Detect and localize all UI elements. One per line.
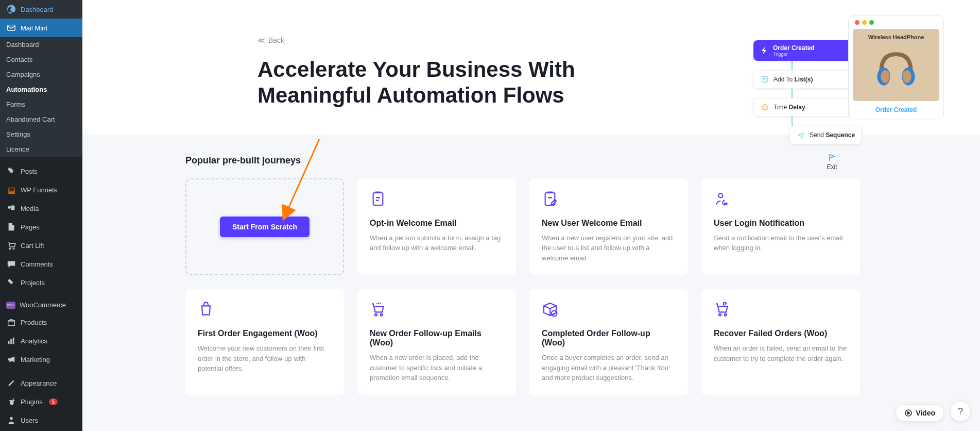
sidebar-label: Appearance	[21, 379, 57, 387]
journey-card[interactable]: New User Welcome Email When a new user r…	[529, 178, 688, 276]
svg-rect-17	[373, 193, 383, 205]
sidebar-item-mail-mint[interactable]: Mail Mint	[0, 19, 82, 37]
cart-icon	[6, 240, 16, 251]
sidebar-label: WooCommerce	[20, 301, 66, 309]
flow-node-add-to-list: Add To List(s)	[753, 70, 862, 89]
sub-settings[interactable]: Settings	[0, 127, 82, 142]
pin-icon	[6, 277, 16, 288]
sidebar-item-users[interactable]: Users	[0, 411, 82, 429]
sub-licence[interactable]: Licence	[0, 142, 82, 157]
flow-node-send-sequence: Send Sequence	[789, 126, 862, 144]
admin-sidebar: Dashboard Mail Mint Dashboard Contacts C…	[0, 0, 82, 431]
sidebar-label: Users	[21, 417, 38, 424]
svg-point-21	[381, 314, 383, 316]
sidebar-item-comments[interactable]: Comments	[0, 255, 82, 273]
svg-rect-6	[8, 341, 10, 344]
sidebar-item-posts[interactable]: Posts	[0, 162, 82, 180]
sidebar-label: Dashboard	[21, 6, 54, 13]
card-desc: When a new order is placed, add the cust…	[370, 353, 504, 383]
order-created-label: Order Created	[853, 101, 939, 115]
svg-point-14	[881, 70, 889, 83]
sidebar-item-products[interactable]: Products	[0, 313, 82, 331]
svg-rect-2	[11, 206, 14, 210]
cart-refresh-icon	[714, 301, 730, 318]
layers-icon: ▤	[6, 185, 16, 195]
svg-rect-8	[13, 338, 14, 344]
journey-card[interactable]: New Order Follow-up Emails (Woo) When a …	[357, 289, 516, 395]
journey-card[interactable]: User Login Notification Send a notificat…	[701, 178, 860, 276]
svg-point-24	[725, 314, 727, 316]
help-button[interactable]: ?	[950, 401, 971, 422]
plugins-badge: 5	[49, 399, 58, 405]
sidebar-label: Projects	[21, 279, 45, 287]
sidebar-item-appearance[interactable]: Appearance	[0, 374, 82, 392]
journey-card[interactable]: Opt-in Welcome Email When a person submi…	[357, 178, 516, 276]
svg-point-9	[10, 417, 12, 420]
card-desc: Welcome your new customers on their firs…	[198, 343, 332, 374]
start-from-scratch-button[interactable]: Start From Scratch	[220, 217, 310, 237]
sidebar-item-marketing[interactable]: Marketing	[0, 350, 82, 369]
sidebar-item-wpfunnels[interactable]: ▤ WP Funnels	[0, 180, 82, 199]
clipboard-edit-icon	[542, 191, 558, 207]
sidebar-label: Pages	[21, 223, 40, 231]
svg-rect-0	[8, 25, 15, 31]
clock-icon	[760, 103, 769, 112]
sidebar-label: Mail Mint	[21, 24, 47, 32]
headphones-icon	[870, 44, 922, 94]
page-icon	[6, 222, 16, 232]
card-desc: Send a notification email to the user's …	[714, 233, 848, 253]
sidebar-item-analytics[interactable]: Analytics	[0, 331, 82, 350]
lightning-icon	[760, 46, 769, 55]
svg-point-15	[902, 70, 911, 83]
sidebar-label: Marketing	[21, 356, 50, 363]
comment-icon	[6, 259, 16, 269]
megaphone-icon	[6, 354, 16, 364]
sidebar-label: Media	[21, 205, 39, 212]
journey-card[interactable]: Recover Failed Orders (Woo) When an orde…	[701, 289, 860, 395]
sidebar-label: Plugins	[21, 398, 43, 406]
mail-icon	[6, 23, 16, 33]
sidebar-item-cartlift[interactable]: Cart Lift	[0, 236, 82, 255]
sidebar-item-media[interactable]: Media	[0, 199, 82, 218]
flag-icon	[828, 154, 836, 162]
svg-point-20	[375, 314, 377, 316]
flow-node-time-delay: Time Delay	[753, 98, 862, 117]
video-button[interactable]: Video	[896, 404, 944, 422]
list-icon	[760, 75, 769, 84]
card-title: New Order Follow-up Emails (Woo)	[370, 329, 504, 347]
sub-campaigns[interactable]: Campaigns	[0, 67, 82, 82]
sidebar-label: Products	[21, 319, 47, 326]
svg-point-19	[718, 193, 723, 197]
sidebar-item-pages[interactable]: Pages	[0, 218, 82, 236]
product-preview: Wireless HeadPhone Order Created	[848, 15, 944, 120]
gauge-icon	[6, 4, 16, 14]
sidebar-label: Posts	[21, 168, 38, 175]
sub-automations[interactable]: Automations	[0, 82, 82, 97]
sidebar-label: WP Funnels	[21, 186, 57, 194]
bag-icon	[198, 301, 214, 318]
svg-rect-10	[762, 77, 768, 82]
sidebar-item-dashboard[interactable]: Dashboard	[0, 0, 82, 19]
svg-point-4	[13, 248, 14, 250]
sidebar-item-plugins[interactable]: Plugins 5	[0, 392, 82, 411]
sidebar-item-projects[interactable]: Projects	[0, 273, 82, 292]
sub-forms[interactable]: Forms	[0, 97, 82, 112]
journey-card[interactable]: Completed Order Follow-up (Woo) Once a b…	[529, 289, 688, 395]
card-desc: When a person submits a form, assign a t…	[370, 233, 504, 253]
sub-abandoned-cart[interactable]: Abandoned Cart	[0, 112, 82, 127]
svg-rect-5	[8, 320, 15, 325]
sub-contacts[interactable]: Contacts	[0, 52, 82, 67]
svg-point-3	[9, 248, 11, 250]
cart-icon	[370, 301, 386, 318]
journey-card[interactable]: First Order Engagement (Woo) Welcome you…	[185, 289, 344, 395]
card-title: New User Welcome Email	[542, 219, 676, 228]
main-content: ≪ Back Accelerate Your Business With Mea…	[82, 0, 980, 431]
plug-icon	[6, 396, 16, 407]
sidebar-item-woocommerce[interactable]: woo WooCommerce	[0, 297, 82, 313]
sub-dashboard[interactable]: Dashboard	[0, 37, 82, 52]
card-desc: When an order is failed, send an email t…	[714, 343, 848, 363]
svg-point-23	[719, 314, 721, 316]
card-desc: Once a buyer completes an order, send an…	[542, 353, 676, 383]
product-title: Wireless HeadPhone	[858, 34, 934, 40]
scratch-card: Start From Scratch	[185, 178, 344, 276]
